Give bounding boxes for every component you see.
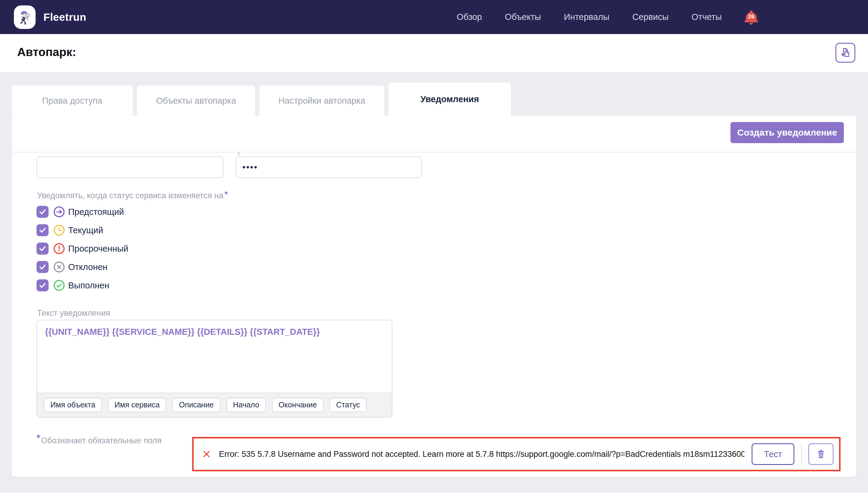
upcoming-arrow-icon — [53, 206, 65, 218]
message-label: Текст уведомления — [37, 308, 110, 318]
status-section-label-text: Уведомлять, когда статус сервиса изменяе… — [37, 191, 223, 200]
password-input[interactable] — [236, 156, 422, 178]
status-label-upcoming: Предстоящий — [68, 207, 124, 217]
tag-start-button[interactable]: Начало — [227, 398, 266, 412]
status-label-current: Текущий — [68, 226, 103, 235]
bell-clapper — [749, 23, 753, 25]
nav-reports[interactable]: Отчеты — [691, 12, 722, 22]
error-message: Error: 535 5.7.8 Username and Password n… — [219, 450, 744, 459]
tab-fleet-settings[interactable]: Настройки автопарка — [260, 86, 384, 116]
scroll-tick — [238, 152, 239, 155]
error-x-icon — [202, 450, 211, 459]
checkmark-icon — [39, 245, 46, 253]
brand-name: Fleetrun — [43, 11, 86, 23]
checkmark-icon — [39, 208, 46, 216]
required-asterisk: * — [37, 433, 40, 443]
checkmark-icon — [39, 281, 46, 289]
tab-notifications[interactable]: Уведомления — [389, 83, 511, 116]
smtp-error-bar: Error: 535 5.7.8 Username and Password n… — [192, 437, 841, 471]
test-button[interactable]: Тест — [751, 443, 794, 465]
status-section-label: Уведомлять, когда статус сервиса изменяе… — [37, 190, 228, 200]
tag-service-name-button[interactable]: Имя сервиса — [108, 398, 166, 412]
message-editor: {{UNIT_NAME}} {{SERVICE_NAME}} {{DETAILS… — [37, 320, 392, 418]
check-circle-icon — [53, 279, 65, 292]
required-fields-note: *Обозначает обязательные поля — [37, 433, 162, 445]
page-title: Автопарк: — [17, 45, 76, 59]
required-note-text: Обозначает обязательные поля — [41, 436, 162, 445]
trash-icon — [816, 449, 826, 459]
notification-count-badge: 26 — [745, 13, 758, 20]
notification-bell-icon[interactable]: 26 — [745, 9, 758, 25]
bell-skirt — [745, 20, 758, 22]
checkbox-upcoming[interactable] — [37, 206, 48, 218]
status-label-done: Выполнен — [68, 281, 109, 291]
login-input[interactable] — [37, 156, 224, 178]
tag-status-button[interactable]: Статус — [330, 398, 367, 412]
tag-end-button[interactable]: Окончание — [272, 398, 324, 412]
checkmark-icon — [39, 226, 46, 234]
status-row-upcoming: Предстоящий — [37, 206, 128, 218]
cross-circle-icon — [53, 261, 65, 273]
tab-bar: Права доступа Объекты автопарка Настройк… — [12, 83, 511, 116]
nav-overview[interactable]: Обзор — [457, 12, 482, 22]
status-checkbox-list: Предстоящий Текущий — [37, 206, 128, 298]
nav-intervals[interactable]: Интервалы — [564, 12, 609, 22]
checkbox-rejected[interactable] — [37, 261, 48, 273]
message-textarea[interactable]: {{UNIT_NAME}} {{SERVICE_NAME}} {{DETAILS… — [37, 320, 392, 393]
app-screen: Fleetrun Обзор Объекты Интервалы Сервисы… — [0, 0, 868, 493]
tab-fleet-objects[interactable]: Объекты автопарка — [137, 86, 255, 116]
tab-access-rights[interactable]: Права доступа — [12, 86, 133, 116]
nav-objects[interactable]: Объекты — [505, 12, 541, 22]
status-label-overdue: Просроченный — [68, 244, 128, 254]
exclamation-icon — [53, 242, 65, 255]
checkbox-overdue[interactable] — [37, 242, 48, 255]
delete-notification-button[interactable] — [808, 443, 834, 465]
mechanic-logo-icon — [17, 9, 33, 26]
copy-icon — [840, 47, 851, 59]
copy-button[interactable] — [835, 43, 855, 63]
tag-unit-name-button[interactable]: Имя объекта — [44, 398, 102, 412]
scroll-divider — [12, 152, 856, 152]
status-row-done: Выполнен — [37, 279, 128, 292]
page-header: Автопарк: — [0, 34, 868, 72]
nav-services[interactable]: Сервисы — [633, 12, 669, 22]
tag-button-row: Имя объекта Имя сервиса Описание Начало … — [37, 393, 392, 416]
notifications-panel: Создать уведомление Уведомлять, когда ст… — [12, 116, 856, 477]
status-row-overdue: Просроченный — [37, 242, 128, 255]
required-asterisk: * — [224, 190, 228, 199]
tag-description-button[interactable]: Описание — [172, 398, 220, 412]
fleetrun-logo[interactable] — [14, 5, 36, 29]
checkbox-current[interactable] — [37, 224, 48, 236]
checkmark-icon — [39, 263, 46, 271]
navbar: Fleetrun Обзор Объекты Интервалы Сервисы… — [0, 0, 868, 34]
status-row-rejected: Отклонен — [37, 261, 128, 273]
vertical-divider — [801, 444, 802, 464]
status-row-current: Текущий — [37, 224, 128, 236]
create-notification-button[interactable]: Создать уведомление — [730, 122, 844, 143]
clock-icon — [53, 224, 65, 236]
checkbox-done[interactable] — [37, 279, 48, 292]
nav-menu: Обзор Объекты Интервалы Сервисы Отчеты 2… — [457, 9, 868, 25]
status-label-rejected: Отклонен — [68, 262, 107, 272]
